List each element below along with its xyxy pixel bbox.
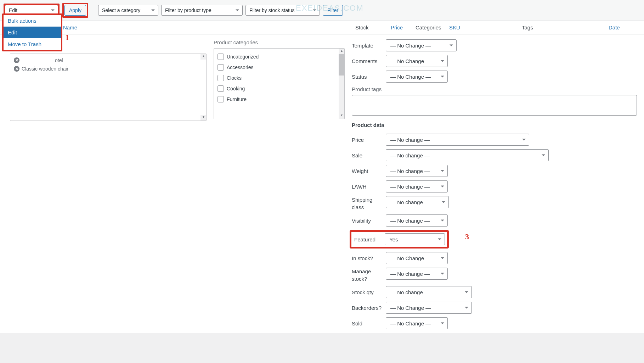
sale-label: Sale: [352, 152, 381, 158]
backorders-label: Backorders?: [352, 305, 381, 311]
checkbox[interactable]: [218, 64, 224, 71]
category-row[interactable]: Accessories: [217, 62, 341, 73]
featured-label: Featured: [352, 236, 380, 242]
remove-icon[interactable]: ✕: [14, 57, 19, 63]
instock-select[interactable]: — No Change —: [386, 252, 448, 264]
product-tags-input[interactable]: [352, 95, 637, 116]
status-label: Status: [352, 74, 381, 80]
scroll-down-icon[interactable]: ▾: [200, 115, 206, 121]
weight-select[interactable]: — No change —: [386, 165, 448, 177]
template-label: Template: [352, 43, 381, 49]
sold-label: Sold: [352, 320, 381, 326]
list-item: ✕ Classic wooden chair: [13, 65, 203, 73]
stock-qty-select[interactable]: — No change —: [386, 286, 472, 298]
remove-icon[interactable]: ✕: [14, 66, 19, 72]
weight-label: Weight: [352, 168, 381, 174]
filter-button[interactable]: Filter: [323, 5, 343, 16]
dropdown-edit[interactable]: Edit: [4, 27, 61, 38]
template-select[interactable]: — No Change —: [386, 39, 457, 51]
category-filter-select[interactable]: Select a category: [98, 5, 158, 16]
shipping-class-select[interactable]: — No change —: [386, 196, 449, 208]
manage-stock-label: Manage stock?: [352, 268, 381, 283]
bulk-actions-dropdown: Bulk actions Edit Move to Trash: [2, 13, 62, 51]
comments-label: Comments: [352, 58, 381, 64]
annotation-three: 3: [465, 232, 469, 241]
list-item: ✕ otel: [13, 56, 203, 65]
checkbox[interactable]: [218, 85, 224, 92]
product-name: otel: [55, 57, 63, 63]
shipping-class-label: Shipping class: [352, 196, 381, 211]
product-categories-label: Product categories: [214, 39, 345, 45]
col-sku[interactable]: SKU: [446, 24, 463, 30]
dropdown-move-to-trash[interactable]: Move to Trash: [4, 38, 61, 50]
featured-select[interactable]: Yes: [385, 233, 445, 245]
sale-select[interactable]: — No change —: [386, 149, 549, 161]
scroll-up-icon[interactable]: ▴: [200, 54, 206, 60]
category-row[interactable]: Uncategorized: [217, 51, 341, 62]
visibility-label: Visibility: [352, 218, 381, 224]
product-type-filter-select[interactable]: Filter by product type: [161, 5, 243, 16]
scroll-down-icon[interactable]: ▾: [339, 113, 344, 119]
checkbox[interactable]: [218, 54, 224, 60]
comments-select[interactable]: — No Change —: [386, 55, 448, 67]
price-label: Price: [352, 137, 381, 143]
lwh-select[interactable]: — No change —: [386, 180, 448, 192]
product-tags-label: Product tags: [352, 86, 637, 92]
col-stock: Stock: [352, 24, 372, 30]
selected-products-list: ▴ ✕ otel ✕ Classic wooden chair ▾: [10, 54, 207, 121]
instock-label: In stock?: [352, 255, 381, 261]
checkbox[interactable]: [218, 75, 224, 81]
col-name[interactable]: Name: [60, 24, 80, 30]
visibility-select[interactable]: — No change —: [386, 214, 448, 227]
product-name: Classic wooden chair: [22, 66, 68, 72]
price-select[interactable]: — No change —: [386, 134, 529, 146]
category-row[interactable]: Furniture: [217, 94, 341, 105]
scrollbar-thumb[interactable]: [339, 54, 344, 76]
stock-qty-label: Stock qty: [352, 289, 381, 295]
manage-stock-select[interactable]: — No change —: [386, 268, 448, 280]
backorders-select[interactable]: — No Change —: [386, 302, 472, 314]
checkbox[interactable]: [218, 96, 224, 102]
annotation-one: 1: [65, 33, 69, 42]
lwh-label: L/W/H: [352, 184, 381, 190]
col-price[interactable]: Price: [388, 24, 406, 30]
product-data-heading: Product data: [352, 122, 637, 128]
col-categories: Categories: [413, 24, 444, 30]
category-row[interactable]: Clocks: [217, 73, 341, 83]
col-date[interactable]: Date: [606, 24, 623, 30]
apply-button[interactable]: Apply: [64, 5, 86, 16]
status-select[interactable]: — No Change —: [386, 71, 448, 83]
col-tags: Tags: [519, 24, 536, 30]
category-row[interactable]: Cooking: [217, 83, 341, 94]
sold-select[interactable]: — No Change —: [386, 317, 448, 329]
dropdown-bulk-actions[interactable]: Bulk actions: [4, 15, 61, 27]
categories-list: Uncategorized Accessories Clocks Cooking…: [214, 48, 345, 119]
stock-status-filter-select[interactable]: Filter by stock status: [245, 5, 320, 16]
scroll-up-icon[interactable]: ▴: [339, 49, 344, 54]
